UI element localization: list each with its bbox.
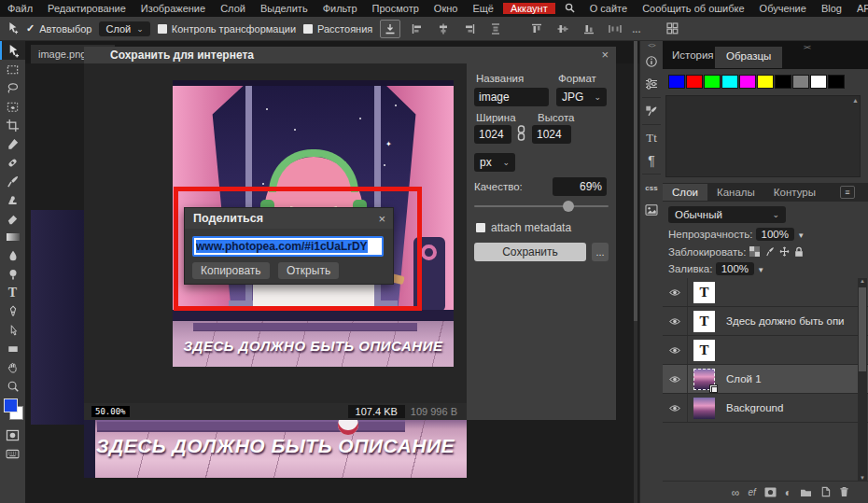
layers-scrollbar[interactable]: ▲ ▼ [858,278,867,481]
text-layer-thumbnail[interactable]: T [693,340,715,361]
save-more-button[interactable]: ... [592,243,609,261]
new-group-folder-icon[interactable] [800,484,812,501]
scroll-up-icon[interactable]: ▲ [858,278,867,284]
menu-filter[interactable]: Фильтр [315,3,365,14]
color-swatch[interactable] [668,75,685,89]
align-middle-icon[interactable] [553,21,572,37]
image-layer-thumbnail[interactable] [693,398,715,419]
zoom-level[interactable]: 50.00% [91,406,130,417]
collapse-panel-icon[interactable]: >< [804,43,810,51]
tab-channels[interactable]: Каналы [707,184,764,201]
foreground-background-colors[interactable] [0,396,25,426]
pen-tool[interactable] [0,302,25,321]
quick-mask-icon[interactable] [0,426,25,444]
brush-settings-panel-icon[interactable] [640,100,663,122]
lasso-tool[interactable] [0,78,25,97]
align-right-icon[interactable] [460,21,479,37]
eraser-tool[interactable] [0,209,25,228]
menu-learn[interactable]: Обучение [752,3,814,14]
object-select-tool[interactable] [0,97,25,116]
height-input[interactable] [532,125,571,144]
character-panel-icon[interactable]: Tt [640,127,663,149]
paragraph-panel-icon[interactable]: ¶ [640,149,663,172]
workspace-scrollbar[interactable] [634,41,637,503]
scroll-up-icon[interactable]: ▲ [852,97,859,104]
rectangle-select-tool[interactable] [0,60,25,78]
color-swatch[interactable] [704,75,721,89]
lock-pixels-icon[interactable] [764,246,775,259]
brush-tool[interactable] [0,172,25,190]
type-tool[interactable]: T [0,284,25,302]
panel-menu-icon[interactable]: ≡ [840,186,855,199]
color-swatch[interactable] [810,75,827,89]
copy-button[interactable]: Копировать [192,262,270,279]
tab-history[interactable]: История [672,49,714,61]
distribute-vertical-icon[interactable] [486,21,505,37]
quality-slider[interactable] [474,205,609,207]
tab-swatches[interactable]: Образцы [715,47,782,68]
color-swatch[interactable] [828,75,845,89]
fill-input[interactable]: 100% [716,262,754,275]
shape-tool[interactable] [0,340,25,358]
menu-blog[interactable]: Blog [814,3,849,14]
layer-visibility-eye-icon[interactable] [663,278,688,306]
delete-layer-trash-icon[interactable] [839,484,849,501]
menu-view[interactable]: Просмотр [365,3,427,14]
properties-panel-icon[interactable] [640,73,663,95]
opacity-input[interactable]: 100% [756,228,794,241]
opacity-dropdown-icon[interactable]: ▼ [797,231,805,240]
blur-tool[interactable] [0,246,25,265]
menu-layer[interactable]: Слой [213,3,253,14]
dialog-close-icon[interactable]: × [601,48,609,62]
format-select[interactable]: JPG ⌄ [556,88,607,106]
move-tool[interactable] [0,41,25,60]
menu-image[interactable]: Изображение [133,3,213,14]
color-swatch[interactable] [686,75,703,89]
search-icon[interactable] [557,3,582,15]
layer-row-selected[interactable]: Слой 1 [663,365,868,394]
zoom-tool[interactable] [0,377,25,396]
width-input[interactable] [474,125,511,144]
layer-visibility-eye-icon[interactable] [663,365,688,393]
text-layer-thumbnail[interactable]: T [693,311,715,332]
keyboard-shortcuts-icon[interactable] [0,444,25,463]
css-panel-icon[interactable]: css [640,176,663,199]
hand-tool[interactable] [0,358,25,377]
import-image-button[interactable] [380,20,400,38]
menu-window[interactable]: Окно [427,3,466,14]
target-dropdown[interactable]: Слой ⌄ [99,21,149,36]
scrollbar-thumb[interactable] [859,287,866,371]
color-swatch[interactable] [757,75,774,89]
healing-tool[interactable] [0,153,25,172]
layer-row[interactable]: Background [663,394,868,423]
eyedropper-tool[interactable] [0,134,25,153]
tab-paths[interactable]: Контуры [764,184,825,201]
account-button[interactable]: Аккаунт [503,3,555,14]
menu-api[interactable]: API [849,3,868,14]
share-dialog-header[interactable]: Поделиться × [185,208,393,229]
menu-report-bug[interactable]: Сообщить об ошибке [635,3,751,14]
autoselect-checkbox[interactable]: ✓ Автовыбор [26,22,91,35]
tab-layers[interactable]: Слои [663,184,707,201]
menu-more[interactable]: Ещё [465,3,501,14]
dodge-tool[interactable] [0,265,25,284]
adjustment-layer-icon[interactable]: ◐ [785,486,791,499]
menu-select[interactable]: Выделить [253,3,315,14]
open-button[interactable]: Открыть [278,262,339,279]
swatches-well[interactable]: ▲ [665,95,861,177]
layer-visibility-eye-icon[interactable] [663,336,688,364]
lock-transparency-icon[interactable] [749,246,760,259]
layer-visibility-eye-icon[interactable] [663,394,688,422]
layer-effects-icon[interactable]: ef [748,487,755,497]
clone-stamp-tool[interactable] [0,190,25,209]
image-panel-icon[interactable] [640,199,663,221]
save-button[interactable]: Сохранить [474,243,586,261]
distribute-horizontal-icon[interactable] [606,21,624,37]
more-options-ellipsis[interactable]: ... [632,23,640,35]
lock-all-icon[interactable] [794,246,804,259]
menu-about[interactable]: О сайте [582,3,635,14]
name-input[interactable] [474,88,549,106]
link-layers-icon[interactable]: ∞ [732,486,740,499]
image-layer-thumbnail[interactable] [693,369,715,390]
metadata-checkbox[interactable]: attach metadata [476,221,571,234]
